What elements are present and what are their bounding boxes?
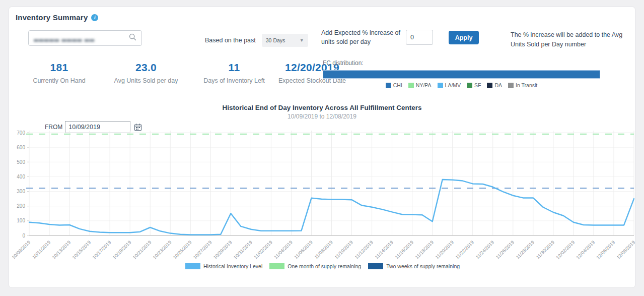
stat-value: 11 bbox=[194, 62, 274, 74]
svg-text:10/25/2019: 10/25/2019 bbox=[172, 240, 192, 260]
stat-block: 181Currently On Hand bbox=[20, 62, 98, 84]
chart-legend-item: One month of supply remaining bbox=[269, 263, 361, 269]
increase-help-text: The % increase will be added to the Avg … bbox=[511, 30, 636, 49]
svg-text:10/11/2019: 10/11/2019 bbox=[31, 240, 52, 260]
stat-label: Currently On Hand bbox=[20, 77, 98, 84]
fc-legend-item: NY/PA bbox=[408, 82, 432, 88]
stats-row: 181Currently On Hand23.0Avg Units Sold p… bbox=[20, 62, 350, 84]
svg-text:10/17/2019: 10/17/2019 bbox=[91, 240, 112, 260]
svg-text:300: 300 bbox=[17, 189, 25, 194]
period-control: Based on the past 30 Days ▼ bbox=[205, 34, 308, 47]
inventory-summary-card: Inventory Summary i ▃▃▃▃▃ ▃▃▃▃ ▃▃ Based … bbox=[9, 7, 635, 288]
search-icon[interactable] bbox=[129, 33, 136, 43]
svg-text:11/06/2019: 11/06/2019 bbox=[293, 240, 314, 260]
svg-text:11/18/2019: 11/18/2019 bbox=[414, 240, 435, 260]
increase-control: Add Expected % increase of units sold pe… bbox=[321, 28, 433, 46]
svg-text:11/02/2019: 11/02/2019 bbox=[253, 240, 273, 260]
svg-text:11/28/2019: 11/28/2019 bbox=[515, 240, 535, 260]
fc-legend-item: LA/MV bbox=[438, 82, 461, 88]
svg-text:11/26/2019: 11/26/2019 bbox=[494, 240, 515, 260]
svg-text:12/02/2019: 12/02/2019 bbox=[555, 240, 576, 260]
svg-text:10/09/2019: 10/09/2019 bbox=[11, 240, 31, 260]
svg-text:10/31/2019: 10/31/2019 bbox=[232, 240, 253, 260]
inventory-chart: 010020030040050060070010/09/201910/11/20… bbox=[9, 128, 636, 269]
legend-swatch-icon bbox=[185, 263, 200, 269]
stat-block: 23.0Avg Units Sold per day bbox=[98, 62, 194, 84]
svg-text:10/13/2019: 10/13/2019 bbox=[51, 240, 71, 260]
svg-text:11/16/2019: 11/16/2019 bbox=[394, 240, 414, 260]
svg-text:12/06/2019: 12/06/2019 bbox=[595, 240, 616, 260]
fc-legend-label: SF bbox=[474, 82, 481, 88]
legend-swatch-icon bbox=[269, 263, 284, 269]
fc-distribution-legend: CHINY/PALA/MVSFDAIn Transit bbox=[323, 82, 600, 88]
chart-legend-label: One month of supply remaining bbox=[288, 263, 361, 269]
fc-legend-label: DA bbox=[494, 82, 502, 88]
svg-text:12/04/2019: 12/04/2019 bbox=[575, 240, 596, 260]
stat-label: Avg Units Sold per day bbox=[98, 77, 194, 84]
svg-text:11/08/2019: 11/08/2019 bbox=[313, 240, 334, 260]
svg-text:500: 500 bbox=[17, 159, 25, 165]
chart-legend-label: Two weeks of supply remaining bbox=[386, 263, 460, 269]
svg-text:11/30/2019: 11/30/2019 bbox=[535, 240, 555, 260]
info-icon[interactable]: i bbox=[91, 14, 98, 21]
svg-text:12/08/2019: 12/08/2019 bbox=[615, 240, 636, 260]
svg-text:10/21/2019: 10/21/2019 bbox=[131, 240, 152, 260]
svg-text:10/19/2019: 10/19/2019 bbox=[111, 240, 132, 260]
legend-swatch-icon bbox=[487, 83, 492, 88]
svg-text:0: 0 bbox=[22, 233, 25, 239]
legend-swatch-icon bbox=[467, 83, 472, 88]
fc-distribution-label: FC distribution: bbox=[323, 60, 600, 67]
svg-text:200: 200 bbox=[17, 203, 25, 209]
stat-value: 23.0 bbox=[98, 62, 194, 74]
svg-text:10/27/2019: 10/27/2019 bbox=[192, 240, 212, 260]
fc-legend-item: In Transit bbox=[508, 82, 537, 88]
svg-text:11/20/2019: 11/20/2019 bbox=[434, 240, 455, 260]
svg-text:10/23/2019: 10/23/2019 bbox=[152, 240, 172, 260]
svg-text:11/12/2019: 11/12/2019 bbox=[353, 240, 374, 260]
page-title: Inventory Summary bbox=[16, 13, 88, 22]
svg-text:11/10/2019: 11/10/2019 bbox=[333, 240, 354, 260]
svg-text:600: 600 bbox=[17, 145, 25, 150]
fc-legend-label: LA/MV bbox=[445, 82, 461, 88]
stat-value: 181 bbox=[20, 62, 98, 74]
svg-text:11/04/2019: 11/04/2019 bbox=[273, 240, 294, 260]
svg-text:100: 100 bbox=[17, 218, 25, 223]
legend-swatch-icon bbox=[408, 83, 414, 88]
period-selected-value: 30 Days bbox=[266, 37, 285, 43]
fc-bar-segment-chi bbox=[323, 71, 600, 78]
fc-legend-item: DA bbox=[487, 82, 502, 88]
legend-swatch-icon bbox=[368, 263, 383, 269]
chart-subtitle: 10/09/2019 to 12/08/2019 bbox=[9, 113, 635, 120]
fc-legend-item: CHI bbox=[386, 82, 402, 88]
search-input[interactable]: ▃▃▃▃▃ ▃▃▃▃ ▃▃ bbox=[28, 30, 142, 46]
svg-text:11/14/2019: 11/14/2019 bbox=[374, 240, 394, 260]
search-value-redacted: ▃▃▃▃▃ ▃▃▃▃ ▃▃ bbox=[34, 35, 129, 42]
stat-label: Days of Inventory Left bbox=[194, 77, 274, 84]
fc-legend-label: In Transit bbox=[516, 82, 537, 88]
fc-distribution-section: FC distribution: CHINY/PALA/MVSFDAIn Tra… bbox=[323, 60, 600, 88]
svg-text:11/22/2019: 11/22/2019 bbox=[454, 240, 475, 260]
fc-legend-label: NY/PA bbox=[416, 82, 432, 88]
legend-swatch-icon bbox=[508, 83, 514, 88]
fc-legend-label: CHI bbox=[393, 82, 402, 88]
chart-title: Historical End of Day Inventory Across A… bbox=[9, 104, 635, 111]
increase-label: Add Expected % increase of units sold pe… bbox=[321, 28, 401, 46]
legend-swatch-icon bbox=[386, 83, 391, 88]
svg-text:700: 700 bbox=[17, 130, 25, 136]
based-on-label: Based on the past bbox=[205, 37, 256, 44]
svg-text:10/29/2019: 10/29/2019 bbox=[212, 240, 233, 260]
svg-text:400: 400 bbox=[17, 174, 25, 180]
apply-button[interactable]: Apply bbox=[449, 31, 479, 44]
chart-legend-item: Historical Inventory Level bbox=[185, 263, 262, 269]
chart-legend-label: Historical Inventory Level bbox=[203, 263, 262, 269]
fc-distribution-bar bbox=[323, 70, 600, 79]
period-dropdown[interactable]: 30 Days ▼ bbox=[262, 34, 308, 47]
svg-text:10/15/2019: 10/15/2019 bbox=[71, 240, 92, 260]
stat-block: 11Days of Inventory Left bbox=[194, 62, 274, 84]
card-header: Inventory Summary i bbox=[16, 13, 98, 22]
chart-legend: Historical Inventory LevelOne month of s… bbox=[9, 263, 636, 269]
chart-legend-item: Two weeks of supply remaining bbox=[368, 263, 460, 269]
chevron-down-icon: ▼ bbox=[300, 38, 304, 43]
increase-input[interactable] bbox=[406, 30, 433, 45]
fc-legend-item: SF bbox=[467, 82, 481, 88]
